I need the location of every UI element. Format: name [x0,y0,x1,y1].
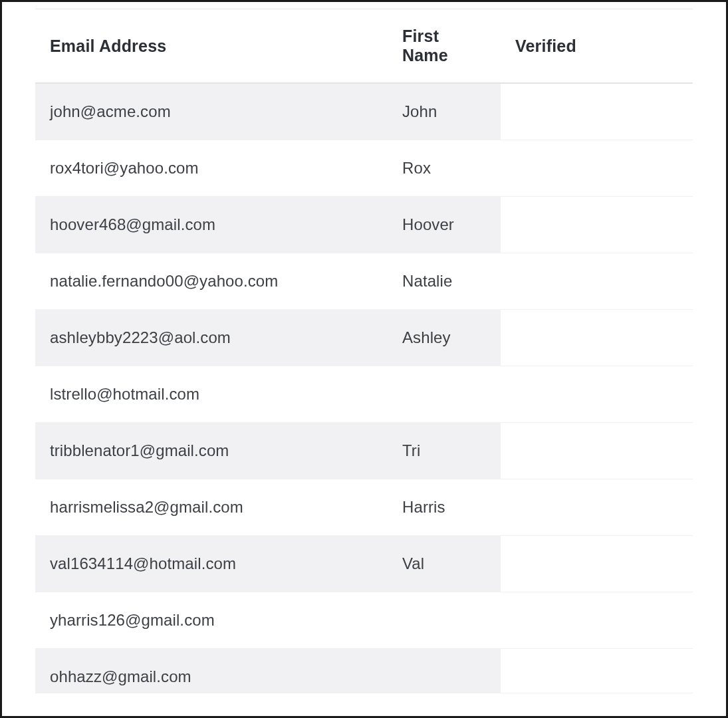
cell-verified [501,592,693,649]
cell-verified [501,83,693,140]
table-row[interactable]: rox4tori@yahoo.com Rox [35,140,693,197]
table-row[interactable]: lstrello@hotmail.com [35,366,693,423]
cell-email: yharris126@gmail.com [35,592,388,649]
cell-first-name: Val [388,536,501,592]
cell-verified [501,536,693,592]
cell-first-name: Harris [388,479,501,536]
cell-first-name: Hoover [388,197,501,253]
table-row[interactable]: tribblenator1@gmail.com Tri [35,423,693,479]
cell-first-name [388,592,501,649]
cell-first-name: Tri [388,423,501,479]
cell-verified [501,197,693,253]
cell-verified [501,366,693,423]
contacts-table-wrap: Email Address First Name Verified john@a… [35,9,693,693]
table-row[interactable]: natalie.fernando00@yahoo.com Natalie [35,253,693,310]
cell-email: ohhazz@gmail.com [35,649,388,693]
cell-first-name: Natalie [388,253,501,310]
table-row[interactable]: ashleybby2223@aol.com Ashley [35,310,693,366]
table-row[interactable]: val1634114@hotmail.com Val [35,536,693,592]
table-row[interactable]: hoover468@gmail.com Hoover [35,197,693,253]
column-header-first-name[interactable]: First Name [388,13,501,83]
cell-first-name: John [388,83,501,140]
table-row[interactable]: harrismelissa2@gmail.com Harris [35,479,693,536]
cell-email: hoover468@gmail.com [35,197,388,253]
cell-verified [501,310,693,366]
cell-verified [501,140,693,197]
cell-first-name [388,366,501,423]
table-header-row: Email Address First Name Verified [35,13,693,83]
table-row[interactable]: ohhazz@gmail.com [35,649,693,693]
cell-email: john@acme.com [35,83,388,140]
cell-email: val1634114@hotmail.com [35,536,388,592]
column-header-email[interactable]: Email Address [35,13,388,83]
table-row[interactable]: yharris126@gmail.com [35,592,693,649]
cell-email: tribblenator1@gmail.com [35,423,388,479]
contacts-table: Email Address First Name Verified john@a… [35,13,693,693]
cell-verified [501,253,693,310]
column-header-verified[interactable]: Verified [501,13,693,83]
table-row[interactable]: john@acme.com John [35,83,693,140]
cell-first-name: Ashley [388,310,501,366]
cell-email: rox4tori@yahoo.com [35,140,388,197]
cell-email: lstrello@hotmail.com [35,366,388,423]
cell-email: harrismelissa2@gmail.com [35,479,388,536]
cell-verified [501,479,693,536]
cell-first-name: Rox [388,140,501,197]
cell-first-name [388,649,501,693]
cell-email: natalie.fernando00@yahoo.com [35,253,388,310]
cell-email: ashleybby2223@aol.com [35,310,388,366]
cell-verified [501,423,693,479]
cell-verified [501,649,693,693]
